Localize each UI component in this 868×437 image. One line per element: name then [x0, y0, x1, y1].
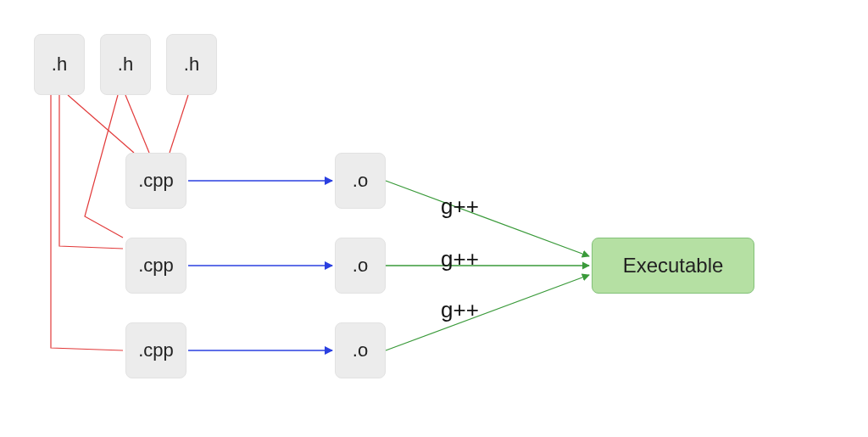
node-label: .o	[353, 339, 368, 361]
node-object-2: .o	[335, 238, 386, 294]
node-label: .h	[184, 53, 199, 76]
node-label: .h	[52, 53, 67, 76]
edge-h1-cpp2	[59, 95, 123, 249]
node-label: .o	[353, 170, 368, 192]
node-header-2: .h	[100, 34, 151, 95]
node-cpp-1: .cpp	[125, 153, 186, 209]
node-cpp-3: .cpp	[125, 322, 186, 378]
edge-o1-exe	[386, 181, 589, 256]
edge-h1-cpp3	[51, 95, 123, 350]
node-header-1: .h	[34, 34, 85, 95]
edge-label-link-1: g++	[441, 193, 479, 220]
edge-h1-cpp1	[68, 95, 134, 153]
edge-h3-cpp1	[170, 95, 188, 153]
node-label: .cpp	[138, 255, 174, 277]
node-object-3: .o	[335, 322, 386, 378]
node-label: .o	[353, 255, 368, 277]
node-label: .cpp	[138, 170, 174, 192]
node-label: .cpp	[138, 339, 174, 361]
compilation-diagram: .h .h .h .cpp .cpp .cpp .o .o .o Executa…	[0, 0, 868, 437]
edge-label-link-2: g++	[441, 246, 479, 272]
node-executable: Executable	[592, 238, 754, 294]
edge-label-link-3: g++	[441, 297, 479, 323]
edge-o3-exe	[386, 275, 589, 350]
node-object-1: .o	[335, 153, 386, 209]
node-label: Executable	[623, 254, 724, 277]
node-cpp-2: .cpp	[125, 238, 186, 294]
edge-h2-cpp1	[125, 95, 149, 153]
node-header-3: .h	[166, 34, 217, 95]
node-label: .h	[118, 53, 133, 76]
edge-h2-cpp2	[85, 95, 123, 238]
